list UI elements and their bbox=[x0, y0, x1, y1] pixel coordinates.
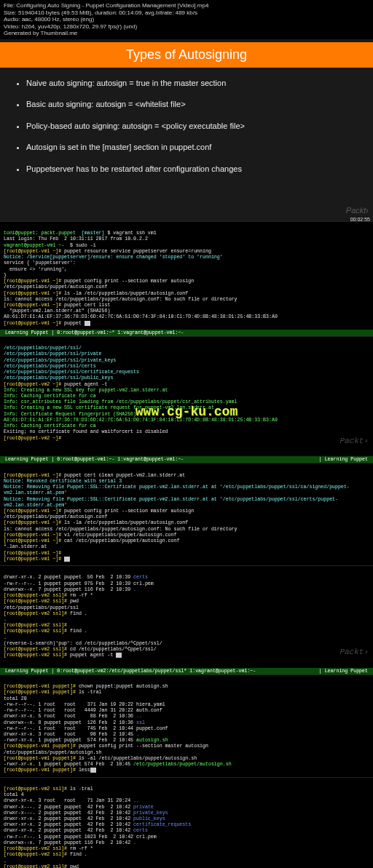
cursor bbox=[85, 321, 90, 326]
bullet-2: Basic auto signing: autosign = <whitelis… bbox=[26, 99, 354, 110]
meta-size: Size: 51940410 bytes (49.53 MiB), durati… bbox=[4, 9, 369, 17]
bullet-3: Policy-based auto signing: autosign = <p… bbox=[26, 121, 354, 132]
terminal-block-1: toni@puppet: packt-puppet [master] $ vag… bbox=[0, 221, 373, 330]
bullet-4: Autosign is set in the [master] section … bbox=[26, 142, 354, 153]
meta-audio: Audio: aac, 48000 Hz, stereo (eng) bbox=[4, 16, 369, 23]
terminal-block-4: drwxr-xr-x. 2 puppet puppet 56 Feb 2 10:… bbox=[0, 565, 373, 668]
terminal-block-5: [root@puppet-vm1 puppet]# chown puppet:p… bbox=[0, 674, 373, 777]
cursor bbox=[90, 768, 96, 773]
status-bar-2: Learning Puppet | 0:root@puppet-vm1:~- 1… bbox=[0, 456, 373, 463]
slide-bullets: Naive auto signing: autosign = true in t… bbox=[0, 78, 373, 221]
status-bar-3: Learning Puppet | 0:root@puppet-vm2:/etc… bbox=[0, 668, 373, 674]
meta-file: File: Configuring Auto Signing - Puppet … bbox=[4, 2, 369, 9]
terminal-block-6: [root@puppet-vm2 ssl]# ls -tral total 4 … bbox=[0, 777, 373, 868]
status-bar-1: Learning Puppet | 0:root@puppet-vm1:~* 1… bbox=[0, 330, 373, 336]
packt-watermark-2: Packt› bbox=[339, 437, 369, 447]
packt-watermark-1: Packt› bbox=[346, 206, 369, 215]
slide-title: Types of Autosigning bbox=[0, 42, 373, 68]
terminal-block-3: [root@puppet-vm1 ~]# puppet cert clean p… bbox=[0, 463, 373, 565]
cursor bbox=[64, 557, 70, 562]
packt-watermark-3: Packt› bbox=[339, 648, 369, 658]
bullet-5: Puppetserver has to be restarted after c… bbox=[26, 164, 354, 175]
meta-video: Video: h264, yuv420p, 1280x720, 29.97 fp… bbox=[4, 23, 369, 31]
cursor bbox=[116, 653, 122, 658]
file-metadata: File: Configuring Auto Signing - Puppet … bbox=[0, 0, 373, 39]
meta-generated: Generated by Thumbnail.me bbox=[4, 30, 369, 37]
bullet-1: Naive auto signing: autosign = true in t… bbox=[26, 78, 354, 89]
terminal-block-2: /etc/puppetlabs/puppet/ssl/ /etc/puppetl… bbox=[0, 336, 373, 456]
